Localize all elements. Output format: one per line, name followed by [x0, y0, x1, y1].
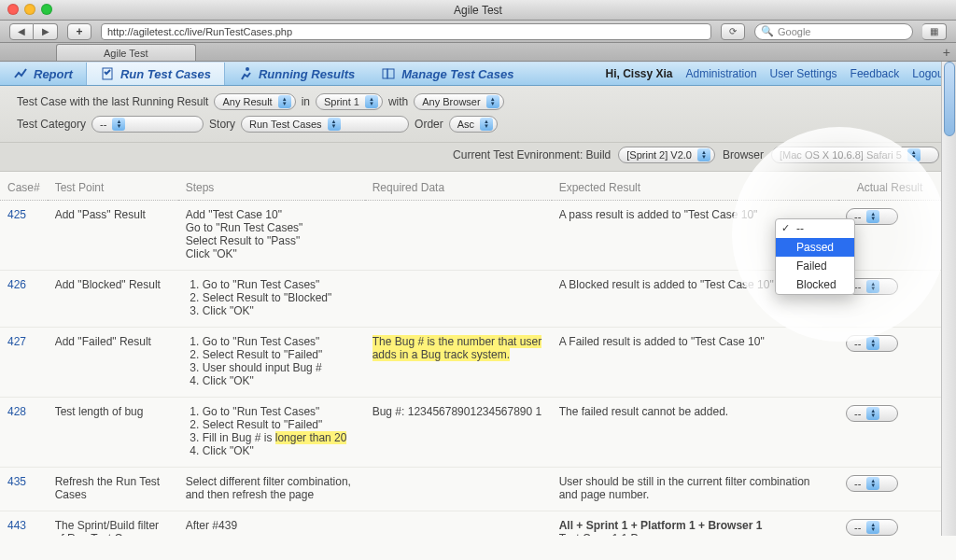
col-expected: Expected Result [552, 172, 838, 201]
nav-run-label: Run Test Cases [120, 67, 211, 81]
link-feedback[interactable]: Feedback [851, 67, 900, 80]
svg-rect-2 [383, 69, 387, 78]
env-browser-label: Browser [723, 148, 764, 161]
browser-filter[interactable]: Any Browser ▲▼ [414, 93, 503, 110]
nav-report[interactable]: Report [0, 63, 86, 85]
actual-result-value: -- [854, 408, 861, 419]
test-point: The Sprint/Build filter of Run Test Case… [48, 511, 178, 537]
dropdown-option-failed[interactable]: Failed [776, 257, 854, 275]
updown-icon: ▲▼ [866, 280, 879, 293]
updown-icon: ▲▼ [697, 148, 710, 161]
forward-button[interactable]: ▶ [34, 23, 58, 40]
steps-cell: Add "Test Case 10"Go to "Run Test Cases"… [178, 201, 365, 271]
actual-result-cell: --▲▼ [838, 398, 941, 468]
dropdown-option-blocked[interactable]: Blocked [776, 275, 854, 294]
actual-result-value: -- [854, 281, 861, 292]
browser-tab-agile-test[interactable]: Agile Test [56, 44, 196, 61]
steps-cell: Go to "Run Test Cases"Select Result to "… [178, 271, 365, 328]
label-in: in [302, 95, 310, 108]
chart-icon [13, 66, 28, 81]
build-select[interactable]: [Sprint 2] V2.0 ▲▼ [618, 147, 715, 163]
close-icon[interactable] [7, 4, 19, 15]
build-select-value: [Sprint 2] V2.0 [626, 149, 692, 161]
nav-run-test-cases[interactable]: Run Test Cases [86, 63, 225, 85]
steps-cell: Go to "Run Test Cases"Select Result to "… [178, 398, 365, 468]
folder-icon [381, 66, 396, 81]
actual-result-cell: --▲▼ [838, 511, 941, 537]
dropdown-option-label: Blocked [796, 278, 836, 291]
nav-manage-test-cases[interactable]: Manage Test Cases [368, 63, 527, 85]
table-row: 435Refresh the Run Test CasesSelect diff… [0, 468, 941, 511]
dropdown-option-label: -- [796, 222, 804, 235]
add-bookmark-button[interactable]: + [67, 23, 91, 40]
dropdown-option-label: Passed [796, 241, 834, 254]
sprint-filter[interactable]: Sprint 1 ▲▼ [316, 93, 383, 110]
required-data: Bug #: 12345678901234567890 1 [365, 398, 552, 468]
case-link[interactable]: 443 [0, 511, 48, 537]
case-link[interactable]: 426 [0, 271, 48, 328]
vertical-scrollbar[interactable] [941, 62, 956, 536]
app-nav: Report Run Test Cases Running Results Ma… [0, 62, 956, 86]
runner-icon [238, 66, 253, 81]
link-user-settings[interactable]: User Settings [770, 67, 837, 80]
updown-icon: ▲▼ [365, 95, 378, 108]
expected-result: User should be still in the current filt… [552, 468, 838, 511]
actual-result-value: -- [854, 478, 861, 489]
scrollbar-thumb[interactable] [944, 62, 955, 136]
actual-result-value: -- [854, 211, 861, 222]
case-link[interactable]: 428 [0, 398, 48, 468]
reload-button[interactable]: ⟳ [721, 23, 745, 40]
label-story: Story [209, 118, 235, 131]
expected-result: All + Sprint 1 + Platform 1 + Browser 1T… [552, 511, 838, 537]
actual-result-select[interactable]: --▲▼ [846, 335, 898, 352]
test-point: Add "Failed" Result [48, 328, 178, 398]
case-link[interactable]: 435 [0, 468, 48, 511]
address-bar[interactable]: http://agiletest.cc/live/RunTestCases.ph… [101, 23, 711, 40]
browser-tab-strip: Agile Test + [0, 43, 956, 62]
actual-result-dropdown[interactable]: ✓ -- Passed Failed Blocked [775, 218, 855, 295]
story-filter[interactable]: Run Test Cases ▲▼ [241, 116, 409, 133]
dropdown-option-passed[interactable]: Passed [776, 238, 854, 257]
back-button[interactable]: ◀ [9, 23, 34, 40]
actual-result-value: -- [854, 338, 861, 349]
search-placeholder: Google [778, 26, 810, 37]
order-filter[interactable]: Asc ▲▼ [449, 116, 498, 133]
result-filter[interactable]: Any Result ▲▼ [214, 93, 295, 110]
col-steps: Steps [178, 172, 365, 201]
actual-result-select[interactable]: --▲▼ [846, 475, 898, 492]
nav-report-label: Report [34, 67, 73, 81]
dropdown-option-none[interactable]: ✓ -- [776, 219, 854, 238]
updown-icon: ▲▼ [278, 95, 291, 108]
minimize-icon[interactable] [24, 4, 35, 15]
browser-toolbar: ◀ ▶ + http://agiletest.cc/live/RunTestCa… [0, 21, 956, 43]
expected-result: A Failed result is added to "Test Case 1… [552, 328, 838, 398]
link-administration[interactable]: Administration [686, 67, 757, 80]
actual-result-cell: --▲▼ [838, 468, 941, 511]
nav-running-results[interactable]: Running Results [225, 63, 368, 85]
actual-result-select[interactable]: --▲▼ [846, 405, 898, 422]
required-data: The Bug # is the number that user adds i… [365, 328, 552, 398]
new-tab-button[interactable]: + [943, 45, 950, 60]
updown-icon: ▲▼ [486, 95, 499, 108]
expected-result: The failed result cannot be added. [552, 398, 838, 468]
nav-manage-label: Manage Test Cases [401, 67, 513, 81]
url-text: http://agiletest.cc/live/RunTestCases.ph… [107, 26, 292, 37]
updown-icon: ▲▼ [866, 407, 879, 420]
col-reqdata: Required Data [365, 172, 552, 201]
overview-button[interactable]: ▦ [922, 23, 947, 40]
table-row: 428Test length of bugGo to "Run Test Cas… [0, 398, 941, 468]
steps-cell: After #439 [178, 511, 365, 537]
actual-result-select[interactable]: --▲▼ [846, 519, 898, 536]
case-link[interactable]: 427 [0, 328, 48, 398]
steps-cell: Go to "Run Test Cases"Select Result to "… [178, 328, 365, 398]
browser-search-field[interactable]: 🔍 Google [754, 23, 913, 40]
updown-icon: ▲▼ [866, 477, 879, 490]
env-browser-select[interactable]: [Mac OS X 10.6.8] Safari 5 ▲▼ [771, 147, 939, 163]
case-link[interactable]: 425 [0, 201, 48, 271]
zoom-icon[interactable] [41, 4, 52, 15]
filters-lead: Test Case with the last Running Result [17, 95, 208, 108]
svg-point-1 [246, 67, 249, 71]
env-row: Current Test Evnironment: Build [Sprint … [0, 143, 956, 172]
category-filter[interactable]: -- ▲▼ [91, 116, 204, 133]
filters-panel: Test Case with the last Running Result A… [0, 86, 956, 143]
